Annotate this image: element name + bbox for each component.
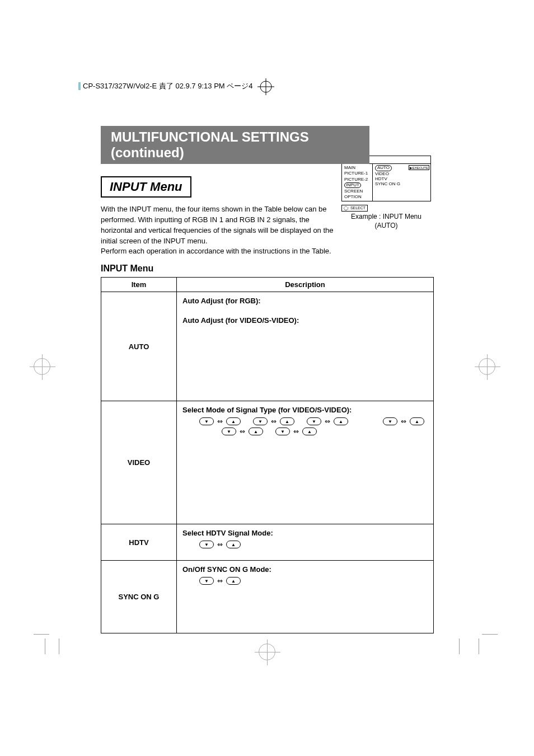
- up-button-icon: ▲: [226, 417, 241, 425]
- crop-mark: [59, 630, 81, 652]
- up-button-icon: ▲: [302, 428, 317, 435]
- up-button-icon: ▲: [280, 417, 294, 425]
- desc-syncong: On/Off SYNC ON G Mode: ▼⇔▲: [177, 561, 434, 633]
- desc-auto: Auto Adjust (for RGB): Auto Adjust (for …: [177, 292, 434, 401]
- down-button-icon: ▼: [275, 428, 290, 435]
- registration-mark-top: [257, 78, 274, 95]
- table-heading: INPUT Menu: [101, 264, 434, 274]
- registration-mark-right: [479, 358, 495, 375]
- table-row-hdtv: HDTV Select HDTV Signal Mode: ▼⇔▲: [101, 524, 434, 561]
- down-button-icon: ▼: [307, 417, 321, 425]
- section-title: INPUT Menu: [101, 176, 191, 198]
- print-header: CP-S317/327W/Vol2-E 責了 02.9.7 9:13 PM ペー…: [78, 81, 252, 91]
- item-syncong: SYNC ON G: [101, 561, 177, 633]
- syncong-mode-options: ▼⇔▲: [199, 577, 428, 585]
- crop-mark: [34, 630, 56, 652]
- video-mode-options: ▼⇔▲ ▼⇔▲ ▼⇔▲ ▼⇔▲: [199, 417, 428, 425]
- video-mode-options-2: ▼⇔▲ ▼⇔▲: [199, 428, 428, 435]
- down-button-icon: ▼: [222, 428, 236, 435]
- doc-id-text: CP-S317/327W/Vol2-E 責了 02.9.7 9:13 PM ペー…: [83, 81, 252, 91]
- hdtv-mode-options: ▼⇔▲: [199, 541, 428, 548]
- table-header-row: Item Description: [101, 278, 434, 292]
- desc-video: Select Mode of Signal Type (for VIDEO/S-…: [177, 401, 434, 524]
- table-row-video: VIDEO Select Mode of Signal Type (for VI…: [101, 401, 434, 524]
- cyan-marker: [78, 82, 81, 90]
- desc-hdtv: Select HDTV Signal Mode: ▼⇔▲: [177, 524, 434, 561]
- down-button-icon: ▼: [199, 417, 214, 425]
- page-title: MULTIFUNCTIONAL SETTINGS (continued): [101, 126, 369, 164]
- table-row-auto: AUTO Auto Adjust (for RGB): Auto Adjust …: [101, 292, 434, 401]
- down-button-icon: ▼: [199, 541, 214, 548]
- item-hdtv: HDTV: [101, 524, 177, 561]
- crop-mark: [453, 630, 476, 652]
- down-button-icon: ▼: [253, 417, 268, 425]
- up-button-icon: ▲: [226, 577, 241, 585]
- table-row-syncong: SYNC ON G On/Off SYNC ON G Mode: ▼⇔▲: [101, 561, 434, 633]
- input-menu-table: Item Description AUTO Auto Adjust (for R…: [101, 277, 434, 633]
- item-auto: AUTO: [101, 292, 177, 401]
- up-button-icon: ▲: [410, 417, 424, 425]
- item-video: VIDEO: [101, 401, 177, 524]
- registration-mark-left: [34, 358, 50, 375]
- up-button-icon: ▲: [249, 428, 263, 435]
- down-button-icon: ▼: [383, 417, 397, 425]
- crop-mark: [479, 630, 501, 652]
- up-button-icon: ▲: [226, 541, 241, 548]
- header-desc: Description: [177, 278, 434, 292]
- down-button-icon: ▼: [199, 577, 214, 585]
- intro-paragraph: With the INPUT menu, the four items show…: [101, 204, 336, 257]
- registration-mark-bottom: [259, 644, 275, 660]
- up-button-icon: ▲: [334, 417, 348, 425]
- header-item: Item: [101, 278, 177, 292]
